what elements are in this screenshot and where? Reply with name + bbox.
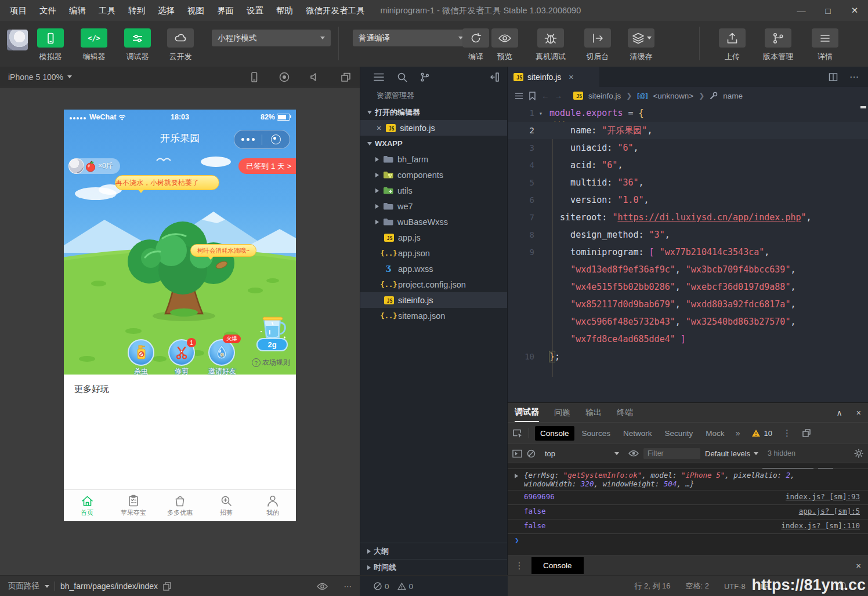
signin-button[interactable]: 已签到 1 天 > [238,158,296,174]
warning-counter[interactable]: 10 [751,429,772,438]
fold-arrow-icon[interactable]: ▾ [534,110,547,117]
drawer-handle-icon[interactable]: ⋮ [515,560,525,571]
menu-选择[interactable]: 选择 [151,0,181,21]
live-expression-eye-icon[interactable] [628,450,639,457]
console-filter-input[interactable]: Filter [643,448,700,459]
debugger-tab-问题[interactable]: 问题 [554,408,570,418]
toolbar-button-编辑器[interactable]: </>编辑器 [81,28,107,62]
branch-sm-icon[interactable] [419,72,430,82]
status-item[interactable]: 空格: 2 [686,581,709,591]
code-editor[interactable]: ··· 1▾module.exports = {2 name: "开乐果园",3… [508,104,868,402]
toolbar-action-详情[interactable]: 详情 [812,28,838,62]
farm-action-杀虫[interactable]: 杀虫 [128,339,154,375]
status-item[interactable]: UTF-8 [724,582,746,591]
menu-微信开发者工具[interactable]: 微信开发者工具 [299,0,371,21]
toolbar-action-版本管理[interactable]: 版本管理 [763,28,793,62]
close-circle-icon[interactable] [262,135,290,144]
drawer-console-tab[interactable]: Console [531,557,584,574]
nav-forward-icon[interactable]: → [555,92,563,100]
more-actions-icon[interactable]: ⋯ [849,71,859,82]
menu-文件[interactable]: 文件 [33,0,63,21]
tree-item-bh_farm[interactable]: bh_farm [360,151,507,167]
page-path-label[interactable]: 页面路径 [8,581,39,591]
tree-item-utils[interactable]: utils [360,183,507,198]
windows-icon[interactable] [340,71,352,83]
console-row-object[interactable]: {errMsg: "getSystemInfo:ok", model: "iPh… [508,469,868,490]
search-icon[interactable] [397,72,407,82]
open-editor-item[interactable]: × JS siteinfo.js [360,120,507,136]
more-icon[interactable] [234,138,262,141]
context-select[interactable]: top [545,449,619,458]
source-link[interactable]: index.js? [sm]:110 [782,521,860,530]
collapse-panel-icon[interactable]: ∧ [837,408,842,417]
tree-item-app.js[interactable]: JSapp.js [360,230,507,245]
eye-icon[interactable] [317,583,328,590]
tree-item-siteinfo.js[interactable]: JSsiteinfo.js [360,292,507,308]
farm-action-邀请好友[interactable]: 9火爆邀请好友 [208,339,235,375]
menu-帮助[interactable]: 帮助 [270,0,299,21]
list-icon[interactable] [373,72,385,82]
menu-编辑[interactable]: 编辑 [63,0,92,21]
devtools-tab-Network[interactable]: Network [618,426,657,441]
menu-转到[interactable]: 转到 [122,0,151,21]
breadcrumb-file[interactable]: siteinfo.js [588,92,621,100]
collapse-icon[interactable] [490,72,507,82]
nav-back-icon[interactable]: ← [541,92,549,100]
toolbar-button-云开发[interactable]: 云开发 [167,28,194,62]
toolbar-button-调试器[interactable]: 调试器 [124,28,151,62]
tree-item-app.wxss[interactable]: Ʒapp.wxss [360,261,507,277]
close-icon[interactable]: × [569,72,573,82]
mode-select[interactable]: 小程序模式 [212,30,331,46]
tree-item-wuBaseWxss[interactable]: wuBaseWxss [360,214,507,230]
close-panel-icon[interactable]: × [856,408,861,417]
open-editors-section[interactable]: 打开的编辑器 [360,104,507,120]
tree-item-sitemap.json[interactable]: {..}sitemap.json [360,308,507,324]
console-output[interactable]: {errMsg: "getSystemInfo:ok", model: "iPh… [508,463,868,555]
source-link[interactable]: app.js? [sm]:5 [799,507,860,515]
outline-section[interactable]: 大纲 [360,543,507,559]
menu-视图[interactable]: 视图 [181,0,211,21]
dock-sidebar-icon[interactable] [512,449,522,458]
more-tabs-icon[interactable]: » [732,428,744,438]
breadcrumb-member[interactable]: name [723,92,743,100]
device-select[interactable]: iPhone 5 100% [8,72,72,82]
bookmark-icon[interactable] [529,92,536,100]
status-item[interactable]: LF [761,582,769,591]
phone-sm-icon[interactable] [249,71,259,83]
devtools-menu-icon[interactable]: ⋮ [783,428,791,438]
toolbar-action-上传[interactable]: 上传 [719,28,746,62]
devtools-tab-Mock[interactable]: Mock [700,426,729,441]
project-root-section[interactable]: WXAPP [360,136,507,151]
compile-select[interactable]: 普通编译 [353,30,469,46]
close-icon[interactable]: × [377,123,381,133]
speaker-icon[interactable] [309,72,321,82]
phone-tab-招募[interactable]: 招募 [203,490,249,521]
debugger-tab-调试器[interactable]: 调试器 [515,404,539,422]
split-editor-icon[interactable] [829,72,838,82]
minimize-button[interactable]: — [788,0,815,21]
clear-console-icon[interactable] [527,449,536,458]
toolbar-action-真机调试[interactable]: 真机调试 [536,28,566,62]
statusbar-problems[interactable]: 0 0 [360,576,508,596]
farm-rules-link[interactable]: ? 农场规则 [252,358,290,368]
phone-screen[interactable]: WeChat 18:03 82% 开乐果园 [64,110,296,521]
menu-工具[interactable]: 工具 [92,0,122,21]
status-item[interactable]: 行 2, 列 16 [634,581,670,591]
phone-tab-我的[interactable]: 我的 [249,490,296,521]
tree-item-project.config.json[interactable]: {..}project.config.json [360,277,507,292]
expand-icon[interactable] [515,474,518,478]
farm-action-修剪[interactable]: 1修剪 [168,339,195,375]
bell-icon[interactable] [838,582,847,591]
editor-tab-siteinfo[interactable]: JS siteinfo.js × [508,67,599,87]
breadcrumb-symbol[interactable]: <unknown> [653,92,693,100]
toolbar-button-模拟器[interactable]: 模拟器 [37,28,64,62]
settings-gear-icon[interactable] [854,449,863,458]
tree-item-we7[interactable]: we7 [360,198,507,214]
phone-tab-首页[interactable]: 首页 [64,490,110,521]
console-prompt[interactable]: ❯ [508,534,868,548]
record-icon[interactable] [279,71,290,83]
menu-界面[interactable]: 界面 [211,0,240,21]
debugger-tab-输出[interactable]: 输出 [585,408,602,418]
more-icon[interactable]: ⋯ [344,582,352,591]
log-levels-select[interactable]: Default levels [705,449,758,458]
